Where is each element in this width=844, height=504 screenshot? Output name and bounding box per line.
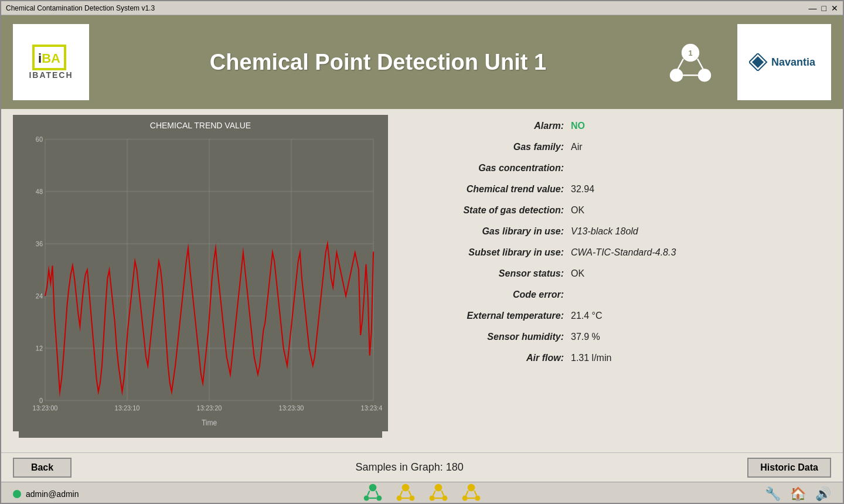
svg-line-32 <box>474 491 477 495</box>
header: iBA IBATECH Chemical Point Detection Uni… <box>1 15 843 109</box>
data-field-value: OK <box>571 205 584 216</box>
minimize-button[interactable]: — <box>809 4 817 13</box>
svg-line-19 <box>400 491 403 495</box>
svg-line-20 <box>409 491 411 495</box>
data-field-label: Sensor status: <box>411 268 564 279</box>
data-field-value: 37.9 % <box>571 332 600 342</box>
data-row: Gas family:Air <box>411 142 819 152</box>
page-title: Chemical Point Detection Unit 1 <box>89 50 667 75</box>
data-field-label: External temperature: <box>411 311 564 321</box>
svg-line-14 <box>376 491 378 495</box>
data-field-value: 21.4 °C <box>571 311 603 321</box>
svg-point-24 <box>442 495 447 500</box>
data-field-value: 32.94 <box>571 184 594 195</box>
status-indicator <box>13 490 21 498</box>
svg-point-2 <box>671 69 683 81</box>
bio-icon-yellow-3[interactable] <box>461 482 482 505</box>
svg-line-26 <box>441 491 444 495</box>
wrench-icon[interactable]: 🔧 <box>765 486 781 502</box>
svg-point-29 <box>462 495 467 500</box>
data-field-label: Code error: <box>411 290 564 300</box>
data-row: Gas library in use:V13-black 18old <box>411 226 819 237</box>
status-user: admin@admin <box>26 489 79 499</box>
data-field-label: Alarm: <box>411 121 564 131</box>
svg-point-10 <box>369 483 376 491</box>
samples-text: Samples in Graph: 180 <box>72 461 747 474</box>
molecule-icon-header: 1 <box>667 39 714 86</box>
data-row: Chemical trend value:32.94 <box>411 184 819 195</box>
data-field-label: Sensor humidity: <box>411 332 564 342</box>
svg-point-12 <box>376 495 382 500</box>
svg-point-11 <box>363 495 369 500</box>
data-field-label: State of gas detection: <box>411 205 564 216</box>
data-field-value: Air <box>571 142 583 152</box>
historic-data-button[interactable]: Historic Data <box>747 458 831 478</box>
ibatech-label: IBATECH <box>29 70 73 80</box>
data-field-value: CWA-TIC-Standard-4.8.3 <box>571 247 676 258</box>
data-panel: Alarm:NOGas family:AirGas concentration:… <box>400 115 831 447</box>
bio-icon-yellow-1[interactable] <box>395 482 416 505</box>
data-row: Sensor status:OK <box>411 268 819 279</box>
window-title: Chemical Contamination Detection System … <box>6 4 155 12</box>
status-right: 🔧 🏠 🔊 <box>765 486 831 502</box>
maximize-button[interactable]: □ <box>822 4 826 13</box>
svg-point-22 <box>434 483 442 491</box>
data-field-value: OK <box>571 268 584 279</box>
svg-point-30 <box>475 495 480 500</box>
bottom-bar: Back Samples in Graph: 180 Historic Data <box>1 452 843 482</box>
svg-text:Navantia: Navantia <box>771 56 816 68</box>
bio-icon-yellow-2[interactable] <box>428 482 449 505</box>
data-field-label: Gas concentration: <box>411 163 564 173</box>
data-row: External temperature:21.4 °C <box>411 311 819 321</box>
data-row: Alarm:NO <box>411 121 819 131</box>
data-field-label: Gas family: <box>411 142 564 152</box>
data-field-label: Gas library in use: <box>411 226 564 237</box>
data-row: Subset library in use:CWA-TIC-Standard-4… <box>411 247 819 258</box>
bio-icon-green[interactable] <box>362 482 383 505</box>
chart-area: CHEMICAL TREND VALUE <box>13 115 388 431</box>
data-row: Code error: <box>411 290 819 300</box>
svg-point-23 <box>429 495 434 500</box>
speaker-icon[interactable]: 🔊 <box>815 486 831 502</box>
data-row: Gas concentration: <box>411 163 819 173</box>
logo-left: iBA IBATECH <box>13 24 89 100</box>
svg-line-4 <box>678 59 683 69</box>
svg-point-16 <box>401 483 409 491</box>
status-bar: admin@admin <box>1 482 843 504</box>
main-content: CHEMICAL TREND VALUE Alarm:NOGas family:… <box>1 109 843 452</box>
svg-point-3 <box>699 69 711 81</box>
trend-chart <box>19 133 382 438</box>
data-field-value: NO <box>571 121 585 131</box>
logo-right: Navantia <box>737 24 831 100</box>
svg-line-25 <box>433 491 435 495</box>
svg-text:1: 1 <box>688 49 692 57</box>
title-bar: Chemical Contamination Detection System … <box>1 1 843 15</box>
svg-line-5 <box>697 59 703 69</box>
chart-title: CHEMICAL TREND VALUE <box>19 121 382 130</box>
svg-line-31 <box>466 491 468 495</box>
svg-point-17 <box>396 495 401 500</box>
close-button[interactable]: ✕ <box>831 4 838 13</box>
status-icons <box>79 482 765 505</box>
data-row: Air flow:1.31 l/min <box>411 353 819 363</box>
data-field-value: 1.31 l/min <box>571 353 611 363</box>
back-button[interactable]: Back <box>13 458 72 478</box>
data-field-label: Subset library in use: <box>411 247 564 258</box>
data-field-value: V13-black 18old <box>571 226 638 237</box>
svg-line-13 <box>367 491 370 495</box>
data-row: State of gas detection:OK <box>411 205 819 216</box>
home-icon[interactable]: 🏠 <box>790 486 806 502</box>
data-field-label: Air flow: <box>411 353 564 363</box>
svg-point-18 <box>409 495 414 500</box>
status-left: admin@admin <box>13 489 79 499</box>
data-row: Sensor humidity:37.9 % <box>411 332 819 342</box>
window-controls[interactable]: — □ ✕ <box>809 4 838 13</box>
data-field-label: Chemical trend value: <box>411 184 564 195</box>
svg-point-28 <box>467 483 475 491</box>
